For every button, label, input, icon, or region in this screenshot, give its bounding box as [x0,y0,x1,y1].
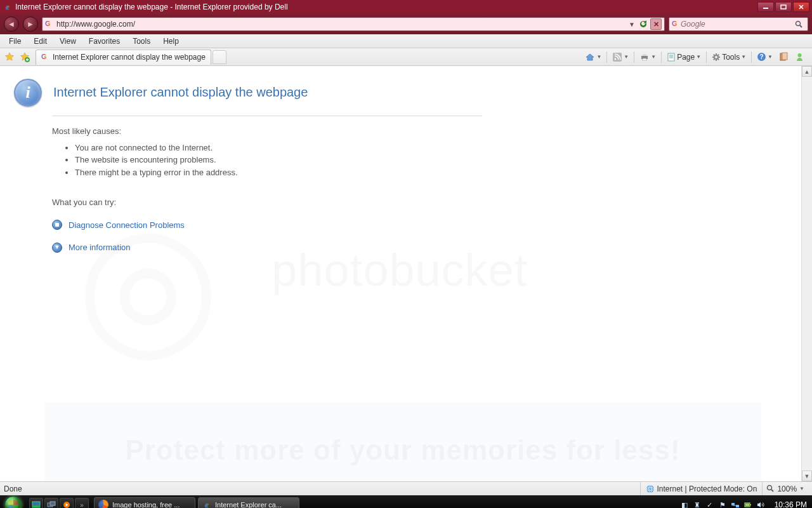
windows-orb-icon [4,496,22,508]
maximize-button[interactable] [775,2,792,12]
watermark-slogan: Protect more of your memories for less! [44,403,761,481]
svg-rect-37 [32,505,40,507]
menu-help[interactable]: Help [158,36,184,47]
start-button[interactable] [0,495,27,508]
firefox-icon [98,500,108,508]
svg-rect-10 [643,54,646,56]
error-heading: Internet Explorer cannot display the web… [53,85,308,100]
diagnose-link[interactable]: Diagnose Connection Problems [69,219,185,232]
system-tray[interactable]: ◧ ♜ ✓ ⚑ [676,500,769,508]
taskbar-button-ie[interactable]: e Internet Explorer ca... [198,497,299,508]
svg-line-21 [714,54,714,55]
menu-view[interactable]: View [55,36,81,47]
internet-zone-icon [646,485,655,493]
svg-line-5 [800,25,802,27]
zoom-icon [766,485,775,493]
svg-point-4 [796,21,801,25]
expand-icon[interactable]: ▼ [52,243,62,253]
browser-tab[interactable]: Internet Explorer cannot display the web… [36,50,211,65]
svg-rect-39 [50,502,55,505]
refresh-button[interactable] [638,18,649,30]
print-button[interactable]: ▼ [637,50,658,64]
svg-point-31 [646,485,654,493]
favorites-star-button[interactable] [3,50,16,64]
taskbar-btn2-label: Internet Explorer ca... [215,501,282,508]
zoom-value: 100% [777,485,797,493]
tray-icon[interactable]: ♜ [692,500,702,508]
tools-menu[interactable]: Tools▼ [709,50,749,64]
zoom-control[interactable]: 100% ▼ [762,482,808,495]
address-dropdown-icon[interactable]: ▼ [627,21,636,28]
scroll-down-button[interactable]: ▼ [802,471,812,481]
taskbar-clock[interactable]: 10:36 PM [769,500,812,508]
divider [52,116,482,116]
scroll-track[interactable] [802,77,812,471]
svg-rect-41 [731,503,735,505]
show-desktop-button[interactable] [29,498,43,508]
ie-icon: e [3,2,13,12]
scroll-up-button[interactable]: ▲ [802,66,812,77]
page-menu[interactable]: Page▼ [664,50,704,64]
page-content: ◎ photobucket Protect more of your memor… [0,66,812,481]
tray-network-icon[interactable] [730,500,740,508]
vertical-scrollbar[interactable]: ▲ ▼ [801,66,812,481]
svg-line-35 [771,490,773,491]
home-button[interactable]: ▼ [582,50,604,64]
switch-windows-button[interactable] [44,498,58,508]
stop-button[interactable]: ✕ [650,18,662,30]
search-box[interactable]: Google [669,17,808,31]
svg-line-24 [714,58,714,59]
svg-rect-11 [643,58,646,60]
messenger-button[interactable] [792,50,807,64]
cause-item: The website is encountering problems. [75,154,482,166]
search-icon[interactable] [795,20,805,29]
tray-icon[interactable]: ✓ [705,500,715,508]
error-page: i Internet Explorer cannot display the w… [0,66,482,254]
window-titlebar: e Internet Explorer cannot display the w… [0,0,812,14]
svg-rect-30 [55,223,59,227]
forward-button[interactable]: ► [23,17,38,32]
research-button[interactable] [776,50,791,64]
search-provider-icon [672,20,681,29]
address-bar[interactable]: http://www.google.com/ ▼ ✕ [42,17,665,31]
causes-label: Most likely causes: [52,125,482,138]
tray-battery-icon[interactable] [743,500,753,508]
tray-volume-icon[interactable] [756,500,766,508]
tab-bar: Internet Explorer cannot display the web… [0,48,812,66]
quick-launch: » [27,498,91,508]
tray-icon[interactable]: ⚑ [717,500,728,508]
security-zone[interactable]: Internet | Protected Mode: On [640,482,763,495]
minimize-button[interactable] [757,2,774,12]
svg-rect-12 [668,53,674,61]
back-button[interactable]: ◄ [4,17,19,32]
menu-tools[interactable]: Tools [128,36,155,47]
command-bar: ▼ ▼ ▼ Page▼ Tools▼ ?▼ [582,50,809,64]
cause-item: There might be a typing error in the add… [75,166,482,179]
menu-file[interactable]: File [4,36,26,47]
page-label: Page [677,53,695,62]
cause-item: You are not connected to the Internet. [75,142,482,154]
google-favicon-icon [45,20,54,29]
new-tab-button[interactable] [213,50,226,64]
add-favorites-button[interactable] [18,50,32,64]
svg-rect-28 [782,53,787,60]
close-button[interactable] [793,2,809,12]
menu-edit[interactable]: Edit [29,36,52,47]
search-placeholder: Google [681,20,795,29]
svg-rect-1 [781,5,786,9]
feeds-button[interactable]: ▼ [610,50,631,64]
media-player-button[interactable] [60,498,74,508]
taskbar-btn1-label: Image hosting, free ... [112,501,180,508]
tray-icon[interactable]: ◧ [679,500,690,508]
status-text: Done [4,485,640,493]
more-info-link[interactable]: More information [69,241,131,254]
svg-text:?: ? [760,53,764,60]
help-button[interactable]: ?▼ [754,50,775,64]
menu-favorites[interactable]: Favorites [84,36,125,47]
svg-point-29 [798,53,802,57]
zoom-dropdown-icon[interactable]: ▼ [799,486,804,491]
status-bar: Done Internet | Protected Mode: On 100% … [0,481,812,495]
taskbar-button-firefox[interactable]: Image hosting, free ... [94,497,195,508]
quick-launch-chevron[interactable]: » [75,498,89,508]
address-url: http://www.google.com/ [56,20,627,29]
